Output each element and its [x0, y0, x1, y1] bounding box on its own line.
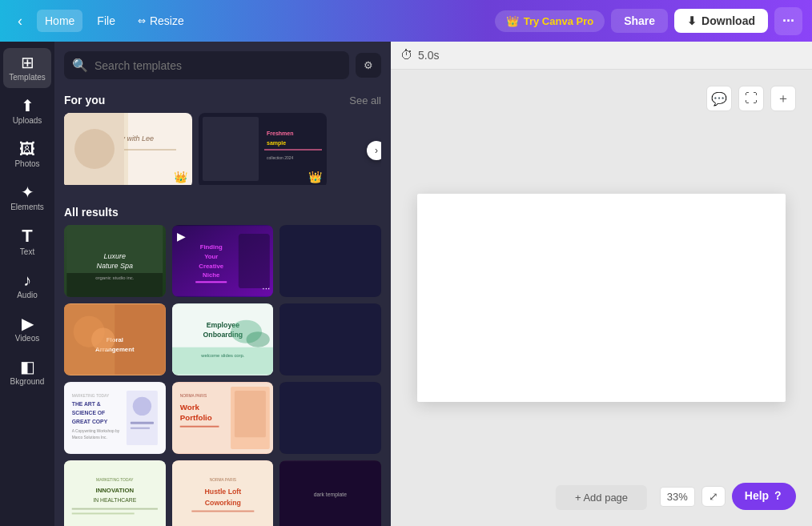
- more-options-button[interactable]: ···: [774, 7, 802, 35]
- comment-tool-button[interactable]: 💬: [706, 86, 732, 111]
- help-button[interactable]: Help ？: [732, 483, 796, 510]
- svg-text:Freshmen: Freshmen: [267, 130, 293, 136]
- videos-icon: ▶: [22, 315, 34, 331]
- sidebar-item-background[interactable]: ◧ Bkground: [3, 352, 51, 392]
- add-tool-button[interactable]: ＋: [770, 86, 796, 111]
- svg-text:collection 2024: collection 2024: [267, 155, 294, 160]
- share-label: Share: [624, 14, 655, 27]
- share-button[interactable]: Share: [611, 9, 668, 33]
- back-button[interactable]: ‹: [10, 8, 30, 34]
- result-card-blank-2[interactable]: [279, 303, 381, 375]
- carousel-next-button[interactable]: ›: [367, 141, 381, 160]
- result-card-onboarding[interactable]: Employee Onboarding welcome slides corp.: [172, 303, 274, 375]
- sidebar-item-elements[interactable]: ✦ Elements: [3, 178, 51, 218]
- result-card-dark-cowork[interactable]: dark template: [279, 460, 381, 526]
- zoom-expand-button[interactable]: ⤢: [701, 486, 726, 507]
- search-input-wrap: 🔍: [64, 51, 349, 79]
- background-icon: ◧: [20, 359, 35, 375]
- sidebar-item-photos[interactable]: 🖼 Photos: [3, 135, 51, 175]
- time-badge: ⏱ 5.0s: [400, 48, 439, 62]
- uploads-icon: ⬆: [21, 98, 34, 114]
- svg-text:Your: Your: [204, 253, 218, 260]
- canvas-toolbar: 💬 ⛶ ＋: [706, 86, 796, 111]
- resize-button[interactable]: ⇔ Resize: [130, 10, 192, 32]
- svg-text:INNOVATION: INNOVATION: [95, 487, 134, 494]
- elements-icon: ✦: [21, 184, 34, 200]
- filter-icon: ⚙: [364, 59, 373, 71]
- filter-button[interactable]: ⚙: [356, 53, 381, 78]
- svg-rect-48: [131, 422, 154, 424]
- templates-panel: 🔍 ⚙ For you See all Beauty with Lee: [54, 42, 391, 526]
- for-you-scroll: Beauty with Lee 👑 Freshmen sample: [64, 113, 381, 188]
- download-button[interactable]: ⬇ Download: [674, 9, 768, 33]
- zoom-controls: 33% ⤢ Help ？: [660, 483, 796, 510]
- resize-label: Resize: [150, 14, 184, 27]
- present-icon: ⛶: [745, 91, 758, 106]
- svg-text:NORMA PARIS: NORMA PARIS: [179, 394, 207, 398]
- svg-text:MARKETING TODAY: MARKETING TODAY: [72, 394, 110, 398]
- expand-icon: ⤢: [709, 490, 718, 503]
- result-card-art-science[interactable]: MARKETING TODAY THE ART & SCIENCE OF GRE…: [64, 382, 166, 454]
- result-card-hustle-loft[interactable]: NORMA PARIS Hustle Loft Coworking: [172, 460, 274, 526]
- svg-rect-38: [279, 304, 381, 375]
- result-card-floral[interactable]: Floral Arrangement: [64, 303, 166, 375]
- elements-label: Elements: [10, 203, 44, 211]
- file-label: File: [97, 14, 115, 27]
- sidebar-item-uploads[interactable]: ⬆ Uploads: [3, 91, 51, 131]
- home-button[interactable]: Home: [37, 10, 82, 32]
- svg-rect-63: [72, 512, 135, 514]
- svg-point-47: [133, 397, 151, 416]
- photos-icon: 🖼: [19, 141, 35, 157]
- svg-rect-49: [131, 428, 150, 429]
- svg-text:MARKETING TODAY: MARKETING TODAY: [96, 478, 134, 482]
- svg-text:organic studio inc.: organic studio inc.: [95, 275, 135, 280]
- videos-label: Videos: [15, 334, 39, 343]
- svg-point-5: [74, 129, 115, 169]
- svg-point-37: [246, 331, 269, 347]
- resize-icon: ⇔: [138, 15, 146, 26]
- for-you-card-1[interactable]: Freshmen sample collection 2024 👑: [199, 113, 327, 188]
- result-card-blank-3[interactable]: [279, 382, 381, 454]
- for-you-section-header: For you See all: [64, 86, 381, 113]
- svg-point-30: [91, 327, 115, 351]
- result-card-portfolio[interactable]: NORMA PARIS Work Portfolio: [172, 382, 274, 454]
- canvas-main: 💬 ⛶ ＋ ‹: [391, 70, 812, 526]
- see-all-button[interactable]: See all: [349, 94, 381, 106]
- svg-text:A Copywriting Workshop by: A Copywriting Workshop by: [72, 429, 120, 433]
- svg-text:Finding: Finding: [199, 243, 222, 251]
- play-icon: ▶: [177, 230, 186, 243]
- result-card-innovation[interactable]: MARKETING TODAY INNOVATION IN HEALTHCARE: [64, 460, 166, 526]
- crown-icon: 👑: [174, 171, 187, 183]
- more-icon: ···: [782, 13, 794, 29]
- result-card-nature-spa[interactable]: Luxure Nature Spa organic studio inc.: [64, 225, 166, 297]
- svg-text:GREAT COPY: GREAT COPY: [72, 419, 108, 424]
- svg-text:Hustle Loft: Hustle Loft: [204, 488, 241, 496]
- result-card-blank-1[interactable]: [279, 225, 381, 297]
- sidebar-item-videos[interactable]: ▶ Videos: [3, 309, 51, 349]
- for-you-card-0[interactable]: Beauty with Lee 👑: [64, 113, 192, 188]
- photos-label: Photos: [14, 159, 39, 168]
- sidebar-item-audio[interactable]: ♪ Audio: [3, 266, 51, 306]
- text-icon: T: [22, 227, 32, 245]
- templates-label: Templates: [9, 73, 46, 82]
- add-icon: ＋: [777, 90, 790, 107]
- search-input[interactable]: [94, 59, 341, 72]
- file-button[interactable]: File: [89, 10, 123, 32]
- try-canva-pro-button[interactable]: 👑 Try Canva Pro: [495, 10, 605, 32]
- svg-text:Marco Solutions Inc.: Marco Solutions Inc.: [72, 436, 107, 440]
- canvas-area: ⏱ 5.0s 💬 ⛶ ＋ ‹: [391, 42, 812, 526]
- svg-rect-56: [235, 391, 266, 437]
- sidebar-item-text[interactable]: T Text: [3, 221, 51, 263]
- more-icon-creative[interactable]: ···: [262, 283, 270, 294]
- present-tool-button[interactable]: ⛶: [738, 86, 764, 111]
- svg-rect-68: [191, 511, 254, 512]
- audio-icon: ♪: [23, 272, 31, 288]
- svg-text:IN HEALTHCARE: IN HEALTHCARE: [93, 497, 136, 503]
- help-label: Help ？: [745, 489, 783, 504]
- svg-text:Coworking: Coworking: [204, 499, 240, 507]
- main-area: ⊞ Templates ⬆ Uploads 🖼 Photos ✦ Element…: [0, 42, 812, 526]
- add-page-button[interactable]: + Add page: [556, 485, 647, 510]
- result-card-creative-niche[interactable]: Finding Your Creative Niche ▶ ···: [172, 225, 274, 297]
- sidebar-item-templates[interactable]: ⊞ Templates: [3, 48, 51, 88]
- panel-scroll: For you See all Beauty with Lee 👑: [54, 86, 391, 526]
